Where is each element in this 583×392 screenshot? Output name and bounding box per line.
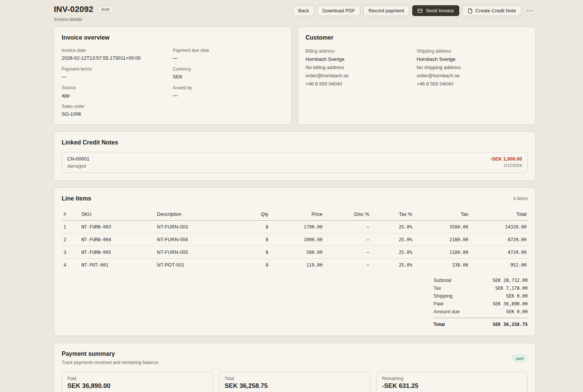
credit-note-left: CN-00001 damaged (67, 156, 89, 169)
table-row: 2 NT-FURN-004 NT-FURN-004 8 1090.00 – 25… (62, 233, 528, 246)
create-credit-note-label: Create Credit Note (476, 8, 516, 13)
paid-badge: paid (512, 355, 528, 362)
col-sku: SKU (80, 208, 155, 221)
title-block: INV-02092 draft Invoice details (54, 4, 114, 22)
col-price: Price (270, 208, 324, 221)
status-badge: draft (97, 6, 114, 13)
shipping-name: Hornbach Sverige (417, 56, 528, 62)
billing-name: Hornbach Sverige (306, 56, 417, 62)
table-row: 1 NT-FURN-003 NT-FURN-003 8 1790.00 – 25… (62, 221, 528, 233)
line-items-title: Line items (62, 195, 91, 202)
total-grand: Total SEK 36,258.75 (434, 318, 528, 328)
billing-phone: +46 8 555 04040 (306, 81, 417, 87)
col-description: Description (155, 208, 248, 221)
record-payment-button[interactable]: Record payment (363, 5, 409, 16)
field-invoice-date: Invoice date 2026-02-12T13:57:55.173011+… (62, 48, 173, 61)
payment-summary-title: Payment summary (62, 351, 528, 357)
remaining-box: Remaining -SEK 631.25 Fully paid (376, 372, 528, 392)
line-items-table: # SKU Description Qty Price Disc % Tax %… (62, 208, 528, 271)
field-sales-order: Sales order SO-1006 (62, 104, 173, 117)
shipping-phone: +46 8 555 04040 (417, 81, 528, 87)
field-issued-by: Issued by — (173, 85, 284, 98)
shipping-address-block: Shipping address Hornbach Sverige No shi… (417, 49, 528, 89)
credit-note-date: 2/12/2026 (490, 163, 522, 168)
col-disc: Disc % (324, 208, 371, 221)
totals-block: Subtotal SEK 28,712.00 Tax SEK 7,178.00 … (434, 276, 528, 328)
col-index: # (62, 208, 80, 221)
total-subtotal: Subtotal SEK 28,712.00 (434, 276, 528, 284)
billing-address: No billing address (306, 65, 417, 70)
invoice-page: INV-02092 draft Invoice details Back Dow… (54, 0, 536, 392)
total-tax: Tax SEK 7,178.00 (434, 284, 528, 292)
total-box: Total SEK 36,258.75 Currency: SEK (219, 372, 370, 392)
total-shipping: Shipping SEK 0.00 (434, 292, 528, 300)
linked-credit-notes-card: Linked Credit Notes CN-00001 damaged -SE… (54, 131, 536, 181)
document-icon (468, 8, 473, 13)
credit-note-amount: -SEK 1,000.00 (490, 156, 522, 162)
shipping-address: No shipping address (417, 65, 528, 70)
payment-summary-card: Payment summary Track payments received … (54, 343, 536, 392)
field-payment-terms: Payment terms — (62, 66, 173, 80)
create-credit-note-button[interactable]: Create Credit Note (462, 5, 521, 16)
field-currency: Currency SEK (173, 66, 284, 80)
billing-email: order@hornbach.se (306, 73, 417, 78)
page-subtitle: Invoice details (54, 17, 114, 22)
invoice-overview-title: Invoice overview (62, 34, 284, 41)
table-row: 4 NT-POT-001 NT-POT-001 8 119.00 – 25.0%… (62, 259, 528, 271)
invoice-overview-card: Invoice overview Invoice date 2026-02-12… (54, 27, 292, 125)
table-header-row: # SKU Description Qty Price Disc % Tax %… (62, 208, 528, 221)
send-invoice-button[interactable]: Send Invoice (412, 5, 459, 16)
customer-card: Customer Billing address Hornbach Sverig… (298, 27, 536, 125)
credit-note-item[interactable]: CN-00001 damaged -SEK 1,000.00 2/12/2026 (62, 152, 528, 173)
total-amount-due: Amount due SEK 0.00 (434, 308, 528, 315)
billing-address-block: Billing address Hornbach Sverige No bill… (306, 49, 417, 89)
action-bar: Back Download PDF Record payment Send In… (293, 5, 536, 16)
field-payment-due-date: Payment due date — (173, 48, 284, 61)
table-row: 3 NT-FURN-005 NT-FURN-005 8 590.00 – 25.… (62, 246, 528, 259)
more-actions-button[interactable]: ⋯ (524, 5, 536, 16)
line-items-card: Line items 4 items # SKU Description Qty… (54, 187, 536, 336)
download-pdf-button[interactable]: Download PDF (317, 5, 360, 16)
back-button[interactable]: Back (293, 5, 314, 16)
col-total: Total (470, 208, 528, 221)
line-items-count: 4 items (513, 196, 528, 201)
col-tax-pct: Tax % (371, 208, 414, 221)
envelope-icon (417, 8, 423, 13)
credit-note-id: CN-00001 (67, 156, 89, 162)
credit-note-right: -SEK 1,000.00 2/12/2026 (490, 156, 522, 168)
credit-note-reason: damaged (67, 164, 89, 169)
page-title: INV-02092 (54, 4, 93, 14)
total-paid: Paid SEK 36,890.00 (434, 300, 528, 308)
field-source: Source app (62, 85, 173, 98)
payment-summary-subtitle: Track payments received and remaining ba… (62, 360, 528, 365)
send-invoice-label: Send Invoice (426, 8, 454, 13)
col-tax: Tax (414, 208, 470, 221)
paid-box: Paid SEK 36,890.00 102% of total (62, 372, 213, 392)
topbar: INV-02092 draft Invoice details Back Dow… (54, 0, 536, 22)
shipping-email: order@hornbach.se (417, 73, 528, 78)
col-qty: Qty (248, 208, 270, 221)
linked-credit-notes-title: Linked Credit Notes (62, 139, 528, 146)
customer-title: Customer (306, 34, 528, 41)
